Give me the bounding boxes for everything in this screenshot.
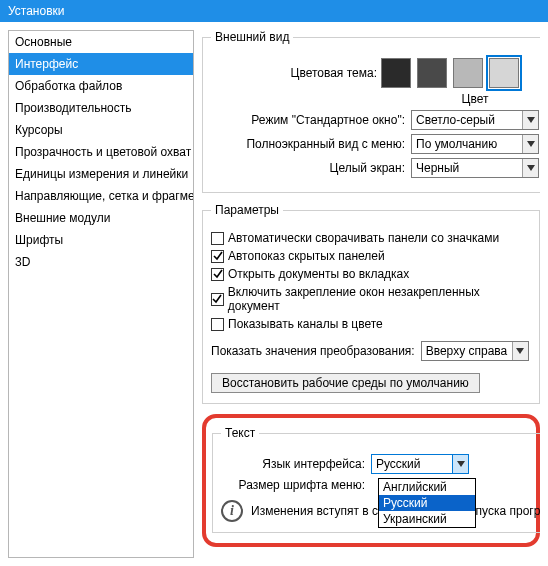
dropdown-option[interactable]: Английский	[379, 479, 475, 495]
appearance-mode-row: Целый экран:Черный	[211, 158, 539, 178]
label-ui-language: Язык интерфейса:	[221, 457, 371, 471]
group-appearance-legend: Внешний вид	[211, 30, 293, 44]
checkbox-label[interactable]: Автопоказ скрытых панелей	[228, 249, 385, 263]
appearance-mode-value: Светло-серый	[412, 113, 522, 127]
checkbox[interactable]	[211, 318, 224, 331]
theme-swatch[interactable]	[417, 58, 447, 88]
appearance-mode-label: Полноэкранный вид с меню:	[211, 137, 411, 151]
chevron-down-icon	[522, 159, 538, 177]
window-titlebar: Установки	[0, 0, 548, 22]
sidebar-item[interactable]: Шрифты	[9, 229, 193, 251]
appearance-mode-value: По умолчанию	[412, 137, 522, 151]
info-icon: i	[221, 500, 243, 522]
param-check-row: Автопоказ скрытых панелей	[211, 249, 531, 263]
category-sidebar: ОсновныеИнтерфейсОбработка файловПроизво…	[8, 30, 194, 558]
row-color-theme: Цветовая тема:	[211, 58, 539, 88]
combo-transform-values[interactable]: Вверху справа	[421, 341, 529, 361]
appearance-mode-row: Режим "Стандартное окно":Светло-серый	[211, 110, 539, 130]
param-check-row: Показывать каналы в цвете	[211, 317, 531, 331]
highlight-callout: Текст Язык интерфейса: Русский Размер шр…	[202, 414, 540, 547]
checkbox-label[interactable]: Показывать каналы в цвете	[228, 317, 383, 331]
color-column-header: Цвет	[411, 92, 539, 106]
appearance-mode-combo[interactable]: Черный	[411, 158, 539, 178]
row-transform-values: Показать значения преобразования: Вверху…	[211, 341, 531, 361]
chevron-down-icon	[452, 455, 468, 473]
checkbox-label[interactable]: Автоматически сворачивать панели со знач…	[228, 231, 499, 245]
appearance-mode-combo[interactable]: По умолчанию	[411, 134, 539, 154]
row-ui-language: Язык интерфейса: Русский	[221, 454, 540, 474]
theme-swatch[interactable]	[489, 58, 519, 88]
chevron-down-icon	[522, 135, 538, 153]
settings-main: Внешний вид Цветовая тема: Цвет Режим "С…	[202, 30, 540, 558]
sidebar-item[interactable]: Внешние модули	[9, 207, 193, 229]
sidebar-item[interactable]: Обработка файлов	[9, 75, 193, 97]
appearance-mode-row: Полноэкранный вид с меню:По умолчанию	[211, 134, 539, 154]
sidebar-item[interactable]: Производительность	[9, 97, 193, 119]
group-appearance: Внешний вид Цветовая тема: Цвет Режим "С…	[202, 30, 540, 193]
appearance-mode-value: Черный	[412, 161, 522, 175]
label-transform-values: Показать значения преобразования:	[211, 344, 421, 358]
sidebar-item[interactable]: 3D	[9, 251, 193, 273]
combo-ui-language-value: Русский	[372, 457, 452, 471]
dropdown-option[interactable]: Украинский	[379, 511, 475, 527]
appearance-mode-label: Режим "Стандартное окно":	[211, 113, 411, 127]
sidebar-item[interactable]: Единицы измерения и линейки	[9, 163, 193, 185]
theme-swatch[interactable]	[453, 58, 483, 88]
dropdown-ui-language[interactable]: АнглийскийРусскийУкраинский	[378, 478, 476, 528]
label-color-theme: Цветовая тема:	[211, 66, 381, 80]
chevron-down-icon	[522, 111, 538, 129]
sidebar-item[interactable]: Основные	[9, 31, 193, 53]
appearance-mode-label: Целый экран:	[211, 161, 411, 175]
param-check-row: Открыть документы во вкладках	[211, 267, 531, 281]
group-text-legend: Текст	[221, 426, 259, 440]
theme-swatches	[381, 58, 519, 88]
param-check-row: Включить закрепление окон незакрепленных…	[211, 285, 531, 313]
checkbox-label[interactable]: Включить закрепление окон незакрепленных…	[228, 285, 531, 313]
chevron-down-icon	[512, 342, 528, 360]
sidebar-item[interactable]: Прозрачность и цветовой охват	[9, 141, 193, 163]
dropdown-option[interactable]: Русский	[379, 495, 475, 511]
group-text: Текст Язык интерфейса: Русский Размер шр…	[212, 426, 540, 533]
checkbox[interactable]	[211, 250, 224, 263]
combo-ui-language[interactable]: Русский	[371, 454, 469, 474]
label-menu-font-size: Размер шрифта меню:	[221, 478, 371, 492]
theme-swatch[interactable]	[381, 58, 411, 88]
checkbox[interactable]	[211, 268, 224, 281]
appearance-mode-combo[interactable]: Светло-серый	[411, 110, 539, 130]
checkbox[interactable]	[211, 232, 224, 245]
sidebar-item[interactable]: Курсоры	[9, 119, 193, 141]
sidebar-item[interactable]: Направляющие, сетка и фрагменты	[9, 185, 193, 207]
checkbox-label[interactable]: Открыть документы во вкладках	[228, 267, 409, 281]
checkbox[interactable]	[211, 293, 224, 306]
param-check-row: Автоматически сворачивать панели со знач…	[211, 231, 531, 245]
restore-workspaces-button[interactable]: Восстановить рабочие среды по умолчанию	[211, 373, 480, 393]
group-params: Параметры Автоматически сворачивать пане…	[202, 203, 540, 404]
window-title: Установки	[8, 4, 64, 18]
sidebar-item[interactable]: Интерфейс	[9, 53, 193, 75]
combo-transform-value: Вверху справа	[422, 344, 512, 358]
dialog-content: ОсновныеИнтерфейсОбработка файловПроизво…	[0, 22, 548, 566]
group-params-legend: Параметры	[211, 203, 283, 217]
